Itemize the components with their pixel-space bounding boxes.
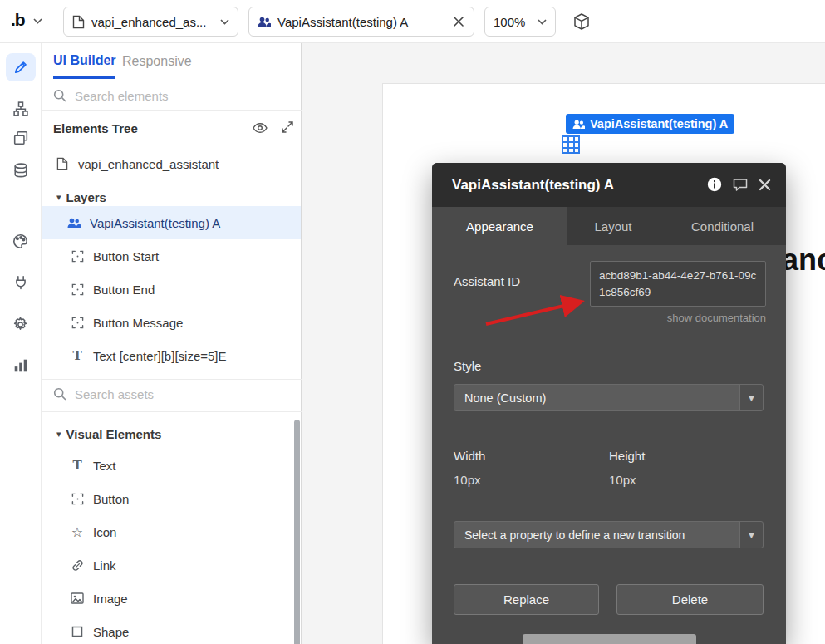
caret-down-icon: ▾ <box>56 192 61 203</box>
zoom-selector[interactable]: 100% <box>484 7 556 37</box>
selected-element-badge[interactable]: VapiAssistant(testing) A <box>566 114 734 134</box>
transition-select-value: Select a property to define a new transi… <box>464 528 685 542</box>
layer-item-label: Button End <box>93 283 155 297</box>
asset-item-shape[interactable]: Shape <box>42 615 301 644</box>
search-assets-input[interactable]: Search assets <box>42 380 302 408</box>
element-selector[interactable]: VapiAssistant(testing) A <box>248 7 474 37</box>
data-icon[interactable] <box>6 156 36 184</box>
asset-item-label: Image <box>93 592 128 606</box>
visual-elements-label: Visual Elements <box>66 427 162 441</box>
asset-item-label: Button <box>93 492 129 506</box>
property-editor-titlebar[interactable]: VapiAssistant(testing) A <box>432 163 786 207</box>
asset-item-button[interactable]: Button <box>42 482 301 515</box>
chevron-down-icon <box>538 19 547 25</box>
styles-icon[interactable] <box>6 227 36 255</box>
page-selector-label: vapi_enhanced_as... <box>91 15 214 29</box>
asset-item-label: Icon <box>93 525 116 539</box>
tab-responsive[interactable]: Responsive <box>122 54 192 69</box>
layer-item-text[interactable]: T Text [center][b][size=5]E <box>42 339 301 372</box>
star-icon: ☆ <box>70 524 85 540</box>
element-selector-label: VapiAssistant(testing) A <box>277 15 445 29</box>
replace-button[interactable]: Replace <box>454 584 599 615</box>
image-icon <box>70 592 85 604</box>
page-icon <box>72 15 85 29</box>
asset-item-text[interactable]: T Text <box>42 449 301 482</box>
transition-select[interactable]: Select a property to define a new transi… <box>454 521 764 548</box>
logs-icon[interactable] <box>6 351 36 380</box>
plugins-icon[interactable] <box>6 268 36 297</box>
layer-item-button-message[interactable]: Button Message <box>42 306 301 339</box>
link-icon <box>70 559 85 572</box>
search-elements-placeholder: Search elements <box>75 89 169 103</box>
search-icon <box>53 89 66 102</box>
height-label: Height <box>609 449 645 463</box>
text-icon: T <box>70 458 85 473</box>
tab-conditional[interactable]: Conditional <box>659 207 786 245</box>
left-nav-rail <box>0 43 42 644</box>
tab-layout[interactable]: Layout <box>567 207 659 245</box>
components-icon[interactable] <box>6 124 36 152</box>
table-grid-icon[interactable] <box>562 135 580 154</box>
info-icon[interactable] <box>707 177 722 192</box>
height-value[interactable]: 10px <box>609 473 636 487</box>
delete-button[interactable]: Delete <box>616 584 764 615</box>
assistant-id-input[interactable]: acbd89b1-ab44-4e27-b761-09c1c856cf69 <box>590 261 766 307</box>
close-icon[interactable] <box>759 179 771 191</box>
users-icon <box>66 217 81 229</box>
tab-appearance[interactable]: Appearance <box>432 207 567 245</box>
chevron-down-icon: ▼ <box>739 385 763 410</box>
chevron-down-icon <box>220 19 229 25</box>
button-icon <box>70 250 85 263</box>
show-documentation-link[interactable]: show documentation <box>667 312 766 324</box>
layer-item-label: Button Message <box>93 316 183 330</box>
tab-ui-builder-underline <box>53 76 115 79</box>
search-icon <box>53 387 66 401</box>
chevron-down-icon: ▼ <box>739 522 763 548</box>
layer-item-label: Text [center][b][size=5]E <box>93 349 227 363</box>
bubble-logo[interactable]: .b <box>11 10 25 30</box>
button-icon <box>70 283 85 296</box>
asset-item-label: Text <box>93 459 116 473</box>
search-elements-input[interactable]: Search elements <box>42 81 302 110</box>
text-icon: T <box>70 348 85 363</box>
partial-element <box>523 634 696 644</box>
comment-icon[interactable] <box>733 178 748 192</box>
asset-item-label: Link <box>93 558 116 573</box>
package-icon[interactable] <box>572 12 591 31</box>
design-pencil-icon[interactable] <box>6 53 36 81</box>
asset-item-label: Shape <box>93 625 129 639</box>
asset-item-link[interactable]: Link <box>42 548 301 582</box>
panel-scrollbar[interactable] <box>294 420 300 644</box>
tab-ui-builder[interactable]: UI Builder <box>53 53 116 68</box>
layer-item-button-start[interactable]: Button Start <box>42 239 301 273</box>
property-editor-tabs: Appearance Layout Conditional <box>432 207 786 245</box>
page-selector[interactable]: vapi_enhanced_as... <box>63 7 238 37</box>
asset-item-image[interactable]: Image <box>42 582 301 615</box>
layers-label: Layers <box>66 190 106 204</box>
layer-item-label: VapiAssistant(testing) A <box>90 216 220 230</box>
property-editor-title: VapiAssistant(testing) A <box>452 177 614 194</box>
style-select[interactable]: None (Custom) ▼ <box>454 384 764 411</box>
workflow-icon[interactable] <box>6 95 36 123</box>
eye-icon[interactable] <box>253 122 268 134</box>
elements-tree-title: Elements Tree <box>53 121 138 135</box>
selected-element-badge-label: VapiAssistant(testing) A <box>590 117 728 130</box>
chevron-down-icon[interactable] <box>33 18 42 24</box>
visual-elements-toggle[interactable]: ▾ Visual Elements <box>42 417 301 450</box>
layer-item-vapiassistant[interactable]: VapiAssistant(testing) A <box>42 206 301 239</box>
asset-item-icon[interactable]: ☆ Icon <box>42 515 301 548</box>
layer-item-button-end[interactable]: Button End <box>42 273 301 306</box>
users-icon <box>572 119 585 130</box>
expand-icon[interactable] <box>281 120 294 134</box>
zoom-value: 100% <box>494 15 525 29</box>
width-value[interactable]: 10px <box>454 473 481 487</box>
search-assets-placeholder: Search assets <box>75 387 154 401</box>
button-icon <box>70 317 85 329</box>
tree-root-label: vapi_enhanced_assistant <box>78 157 219 171</box>
button-icon <box>70 493 85 505</box>
tree-root-item[interactable]: vapi_enhanced_assistant <box>42 147 301 180</box>
close-icon[interactable] <box>452 17 465 27</box>
settings-icon[interactable] <box>6 310 36 338</box>
width-label: Width <box>454 449 485 463</box>
shape-icon <box>70 626 85 637</box>
